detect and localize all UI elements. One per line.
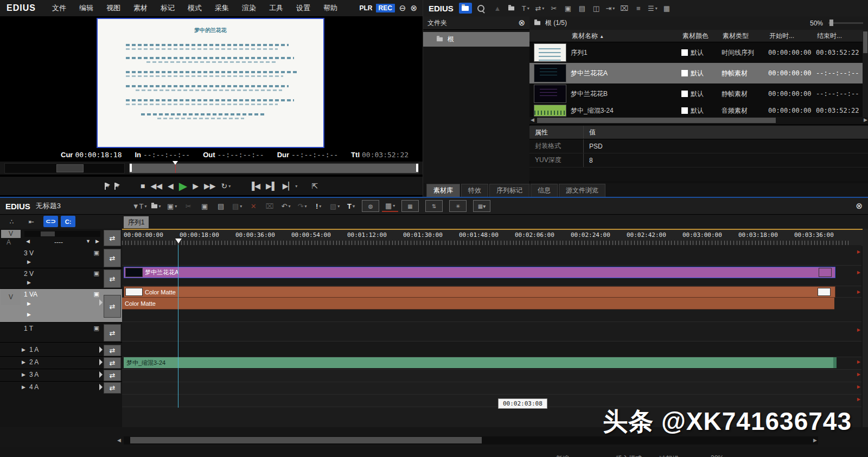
swap-button[interactable]: ⇄ (104, 345, 121, 356)
hscroll-thumb[interactable] (537, 118, 776, 123)
ripple-delete-icon[interactable]: ⌧ (261, 201, 278, 211)
swap-button[interactable]: ⇄ (104, 249, 121, 267)
fast-forward-button[interactable]: ▶▶ (204, 182, 216, 190)
new-folder-icon[interactable] (505, 6, 519, 11)
keyboard-icon[interactable]: ▦ (401, 200, 419, 212)
swap-button[interactable]: ⇄ (104, 230, 121, 246)
timeline-playhead-handle[interactable] (175, 239, 182, 243)
swap-button[interactable]: ⇄ (104, 370, 121, 381)
menu-tools[interactable]: 工具 (263, 3, 290, 13)
track-height-thumb[interactable] (41, 231, 55, 236)
clip-audio[interactable]: 梦中_缩混3-24 (124, 357, 837, 368)
asset-row-still-b[interactable]: 梦中兰花花B 默认 静帧素材 00:00:00:00 --:--:--:-- (529, 83, 868, 105)
expand-icon[interactable]: ▶ (22, 347, 25, 352)
patch-dropdown-icon[interactable]: ▼ (86, 239, 91, 244)
swap-button[interactable]: ⇄ (104, 269, 121, 288)
play-button[interactable]: ▶ (179, 179, 187, 192)
timeline-hscroll-right-arrow-icon[interactable]: ▶ (813, 437, 817, 443)
col-name[interactable]: 素材名称 ▲ (571, 31, 681, 41)
thumbnail-zoom-slider[interactable] (828, 22, 863, 24)
patch-next-icon[interactable]: ▶ (95, 239, 99, 244)
add-marker-icon[interactable]: !▾ (310, 201, 327, 211)
export-movie-icon[interactable]: ▦▾ (382, 200, 398, 212)
menu-file[interactable]: 文件 (46, 3, 73, 13)
seek-playhead[interactable] (175, 163, 176, 173)
goto-out-button[interactable]: ▶▌ (266, 182, 277, 190)
delete-icon[interactable]: ⌧ (617, 4, 631, 12)
menu-render[interactable]: 渲染 (235, 3, 263, 13)
folder-item-root[interactable]: 根 (423, 32, 529, 47)
paste-icon[interactable]: ▤ (213, 201, 229, 211)
new-title-icon[interactable]: T▾ (519, 4, 533, 12)
seek-bar[interactable] (129, 163, 419, 173)
set-mark-in-flag-icon[interactable]: ▾ (105, 183, 109, 190)
cut-icon[interactable]: ✂ (180, 201, 196, 211)
menu-edit[interactable]: 编辑 (73, 3, 100, 13)
swap-button[interactable]: ⇄ (104, 295, 121, 318)
up-folder-icon[interactable]: ▲ (490, 4, 505, 12)
delete-icon[interactable]: ✕ (245, 201, 261, 211)
asset-row-audio[interactable]: 梦中_缩混3-24 默认 音频素材 00:00:00:00 00:03:52:2… (529, 104, 868, 118)
close-preview-icon[interactable]: ⊗ (410, 3, 417, 13)
render-icon[interactable]: ✳ (449, 200, 467, 212)
toolbox-icon[interactable]: ▦ (660, 4, 674, 12)
copy-icon[interactable]: ▣ (196, 201, 213, 211)
col-type[interactable]: 素材类型 (722, 31, 768, 41)
expand-icon[interactable]: ▶ (27, 301, 31, 306)
new-sequence-icon[interactable]: ▼T▾ (131, 201, 148, 211)
swap-button[interactable]: ⇄ (104, 324, 121, 342)
add-clip-icon[interactable]: ⇥▾ (603, 4, 617, 12)
clip-video-still-a[interactable]: 梦中兰花花A (124, 267, 835, 278)
menu-help[interactable]: 帮助 (317, 3, 344, 13)
menu-view[interactable]: 视图 (100, 3, 127, 13)
goto-next-edit-button[interactable]: ▶▏▾ (283, 182, 298, 190)
menu-settings[interactable]: 设置 (290, 3, 317, 13)
lane-1t[interactable] (122, 322, 861, 342)
shuttle-control[interactable] (4, 163, 125, 173)
track-patch-icon[interactable]: ∴ (4, 216, 19, 227)
refresh-icon[interactable]: ⇄▾ (533, 4, 547, 12)
menu-clip[interactable]: 素材 (127, 3, 154, 13)
title-tool-icon[interactable]: T▾ (343, 201, 359, 211)
expand-icon[interactable]: ▶ (22, 372, 25, 377)
tab-bin[interactable]: 素材库 (426, 184, 460, 197)
clip-color-matte-mixer[interactable]: Color Matte (122, 298, 834, 310)
col-color[interactable]: 素材颜色 (681, 31, 722, 41)
tab-info[interactable]: 信息 (531, 184, 558, 197)
clip-color-matte[interactable]: Color Matte (124, 286, 835, 298)
folder-panel-close-icon[interactable]: ⊗ (518, 18, 525, 28)
save-project-icon[interactable]: ▣▾ (164, 201, 180, 211)
search-icon[interactable] (472, 5, 490, 12)
timeline-hscroll-thumb[interactable] (130, 437, 482, 443)
close-timeline-icon[interactable]: ⊗ (856, 201, 863, 211)
asset-list-vscrollbar[interactable] (863, 30, 868, 117)
minimize-icon[interactable]: ⊖ (399, 3, 406, 13)
menu-marker[interactable]: 标记 (154, 3, 181, 13)
paste-special-icon[interactable]: ▤▾ (229, 201, 245, 211)
grid-icon[interactable]: ▦▾ (473, 200, 490, 212)
copy-icon[interactable]: ▣ (561, 4, 575, 12)
tab-sequence-marker[interactable]: 序列标记 (489, 184, 529, 197)
expand-icon[interactable]: ▶ (27, 312, 31, 317)
set-mark-out-flag-icon[interactable]: ▾ (114, 183, 119, 190)
ripple-mode-button[interactable]: ⊂⊃ (43, 216, 58, 227)
timeline-hscrollbar[interactable]: ▶ ◀ (124, 436, 818, 445)
shuttle-thumb[interactable] (56, 164, 84, 172)
list-view-icon[interactable]: ≡ (631, 4, 646, 12)
patch-prev-icon[interactable]: ◀ (26, 239, 30, 244)
rewind-button[interactable]: ◀◀ (151, 182, 163, 190)
folder-view-button[interactable] (459, 3, 472, 14)
plr-button[interactable]: PLR (360, 4, 373, 12)
swap-button[interactable]: ⇄ (104, 382, 121, 394)
prop-col-value[interactable]: 值 (584, 126, 868, 139)
goto-in-button[interactable]: ▐◀ (249, 182, 260, 190)
menu-mode[interactable]: 模式 (181, 3, 208, 13)
video-patch-label[interactable]: V (1, 230, 21, 238)
timeline-ruler[interactable]: 00:00:00:00 00:00:18:00 00:00:36:00 00:0… (122, 229, 868, 246)
lane-3v[interactable] (122, 245, 861, 266)
prop-col-attr[interactable]: 属性 (529, 126, 584, 139)
loop-button[interactable]: ↻▾ (221, 182, 231, 190)
asset-row-still-a[interactable]: 梦中兰花花A 默认 静帧素材 00:00:00:00 --:--:--:-- (529, 63, 868, 84)
detail-view-icon[interactable]: ☰▾ (646, 4, 660, 12)
swap-button[interactable]: ⇄ (104, 357, 121, 369)
